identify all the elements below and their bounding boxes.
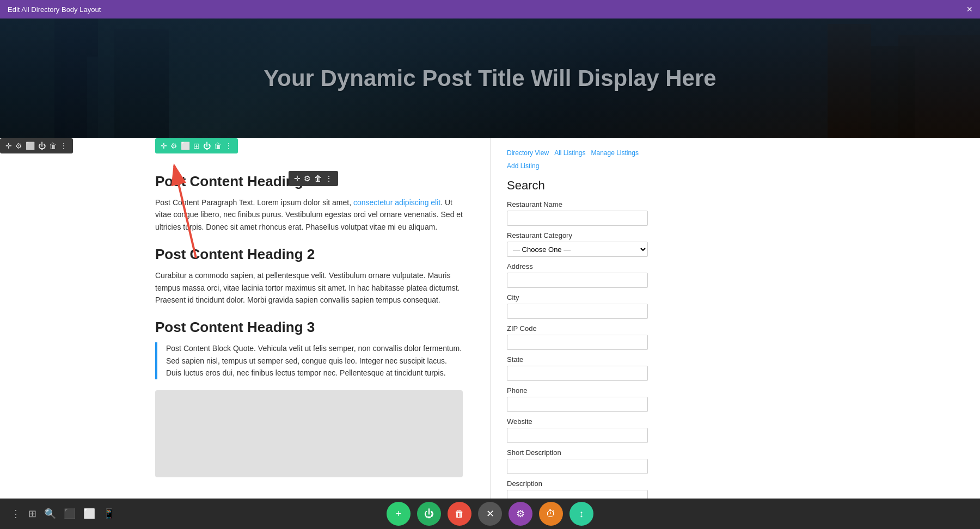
more-icon[interactable]: ⋮ [60, 142, 68, 150]
form-group-zip: ZIP Code [507, 324, 648, 350]
post-heading-2: Post Content Heading 2 [155, 246, 463, 263]
delete-icon-green[interactable]: 🗑 [214, 142, 222, 150]
close-icon[interactable]: × [966, 4, 972, 14]
delete-button[interactable]: 🗑 [448, 502, 471, 526]
image-placeholder [155, 390, 463, 477]
label-zip: ZIP Code [507, 324, 648, 333]
bottom-toolbar: ⋮ ⊞ 🔍 ⬛ ⬜ 📱 + ⏻ 🗑 ✕ ⚙ ⏱ ↕ [0, 499, 980, 529]
label-city: City [507, 293, 648, 302]
label-address: Address [507, 262, 648, 270]
more-icon-green[interactable]: ⋮ [225, 142, 232, 150]
input-short-desc[interactable] [507, 459, 648, 474]
bottom-left-tools: ⋮ ⊞ 🔍 ⬛ ⬜ 📱 [11, 508, 115, 520]
form-group-city: City [507, 293, 648, 319]
search-icon[interactable]: 🔍 [44, 508, 56, 520]
dark-inner-toolbar[interactable]: ✛ ⚙ 🗑 ⋮ [289, 171, 338, 186]
hero-section: Your Dynamic Post Title Will Display Her… [0, 19, 980, 138]
move-icon-dark[interactable]: ✛ [294, 174, 301, 183]
timer-button[interactable]: ⏱ [539, 502, 563, 526]
post-heading-3: Post Content Heading 3 [155, 319, 463, 336]
nav-all-listings[interactable]: All Listings [554, 149, 585, 157]
green-toolbar[interactable]: ✛ ⚙ ⬜ ⊞ ⏻ 🗑 ⋮ [155, 138, 238, 153]
label-restaurant-name: Restaurant Name [507, 200, 648, 208]
search-heading: Search [507, 179, 648, 193]
sort-button[interactable]: ↕ [569, 502, 593, 526]
settings-circle-button[interactable]: ⚙ [509, 502, 532, 526]
settings-icon-green[interactable]: ⚙ [170, 142, 177, 150]
post-paragraph-1: Post Content Paragraph Text. Lorem ipsum… [155, 196, 463, 233]
input-address[interactable] [507, 273, 648, 288]
form-group-phone: Phone [507, 386, 648, 412]
nav-manage-listings[interactable]: Manage Listings [591, 149, 639, 157]
form-group-restaurant-category: Restaurant Category — Choose One — [507, 231, 648, 257]
form-group-address: Address [507, 262, 648, 288]
post-paragraph-2: Curabitur a commodo sapien, at pellentes… [155, 269, 463, 306]
nav-directory-view[interactable]: Directory View [507, 149, 549, 157]
mobile-icon[interactable]: 📱 [103, 508, 115, 520]
close-x-button[interactable]: ✕ [478, 502, 502, 526]
post-blockquote: Post Content Block Quote. Vehicula velit… [155, 342, 463, 379]
top-bar-title: Edit All Directory Body Layout [8, 5, 101, 14]
power-icon[interactable]: ⏻ [38, 142, 46, 150]
input-restaurant-name[interactable] [507, 211, 648, 226]
delete-icon[interactable]: 🗑 [49, 142, 57, 150]
hero-background [0, 19, 980, 138]
columns-icon[interactable]: ⊞ [193, 142, 200, 150]
label-phone: Phone [507, 386, 648, 395]
add-button[interactable]: + [387, 502, 411, 526]
duplicate-icon[interactable]: ⬜ [26, 142, 35, 150]
post-content-area: Post Content Heading 1 Post Content Para… [0, 138, 490, 529]
label-restaurant-category: Restaurant Category [507, 231, 648, 239]
label-description: Description [507, 479, 648, 488]
more-icon-dark[interactable]: ⋮ [325, 174, 333, 183]
form-group-state: State [507, 355, 648, 381]
desktop-icon[interactable]: ⬛ [64, 508, 76, 520]
menu-icon[interactable]: ⋮ [11, 508, 21, 520]
form-group-website: Website [507, 417, 648, 443]
input-phone[interactable] [507, 397, 648, 412]
duplicate-icon-green[interactable]: ⬜ [181, 142, 190, 150]
label-state: State [507, 355, 648, 364]
main-content: ✛ ⚙ ⬜ ⏻ 🗑 ⋮ ✛ ⚙ ⬜ ⊞ ⏻ 🗑 ⋮ ✛ ⚙ 🗑 ⋮ [0, 138, 980, 529]
delete-icon-dark[interactable]: 🗑 [314, 174, 322, 183]
bottom-center-buttons: + ⏻ 🗑 ✕ ⚙ ⏱ ↕ [387, 502, 593, 526]
select-restaurant-category[interactable]: — Choose One — [507, 242, 648, 257]
input-state[interactable] [507, 366, 648, 381]
power-icon-green[interactable]: ⏻ [203, 142, 211, 150]
input-city[interactable] [507, 304, 648, 319]
input-zip[interactable] [507, 335, 648, 350]
top-bar: Edit All Directory Body Layout × [0, 0, 980, 19]
grid-icon[interactable]: ⊞ [28, 508, 36, 520]
left-toolbar[interactable]: ✛ ⚙ ⬜ ⏻ 🗑 ⋮ [0, 138, 73, 153]
label-website: Website [507, 417, 648, 426]
label-short-desc: Short Description [507, 448, 648, 457]
settings-icon-dark[interactable]: ⚙ [304, 174, 311, 183]
move-icon-green[interactable]: ✛ [161, 142, 167, 150]
form-group-short-desc: Short Description [507, 448, 648, 474]
nav-add-listing[interactable]: Add Listing [507, 162, 539, 170]
move-icon[interactable]: ✛ [5, 142, 12, 150]
power-button[interactable]: ⏻ [417, 502, 441, 526]
lorem-link[interactable]: consectetur adipiscing elit [353, 198, 440, 207]
sidebar: Directory View All Listings Manage Listi… [490, 138, 664, 529]
tablet-icon[interactable]: ⬜ [83, 508, 95, 520]
settings-icon[interactable]: ⚙ [15, 142, 22, 150]
form-group-restaurant-name: Restaurant Name [507, 200, 648, 226]
input-website[interactable] [507, 428, 648, 443]
sidebar-nav: Directory View All Listings Manage Listi… [507, 149, 648, 170]
